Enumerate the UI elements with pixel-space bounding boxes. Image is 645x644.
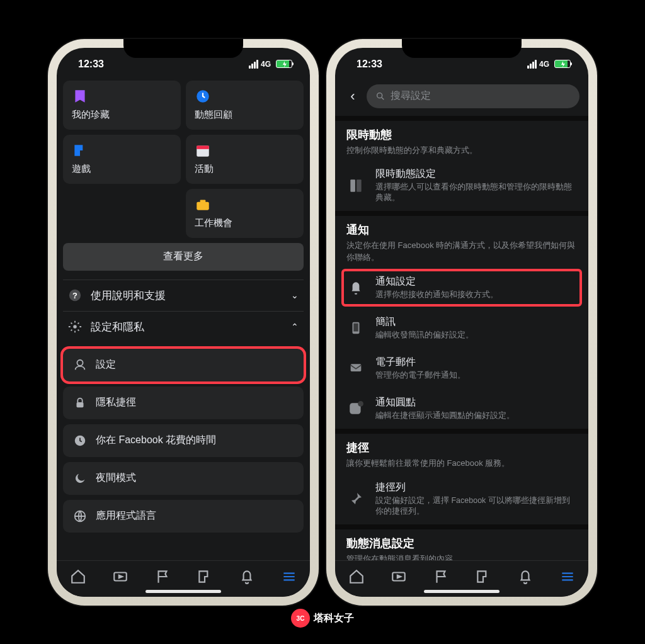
svg-rect-14: [350, 179, 355, 192]
settings-privacy-label: 設定和隱私: [91, 320, 144, 334]
svg-rect-9: [77, 402, 84, 407]
gaming-nav-icon[interactable]: [475, 568, 491, 585]
section-sub: 控制你限時動態的分享和典藏方式。: [346, 145, 577, 157]
privacy-shortcuts-item[interactable]: 隱私捷徑: [63, 387, 304, 419]
status-right: 4G: [249, 60, 292, 69]
back-button[interactable]: ‹: [344, 88, 362, 105]
notification-dots-row[interactable]: 通知圓點 編輯在捷徑顯示通知圓點的偏好設定。: [335, 388, 588, 429]
tile-memories[interactable]: 動態回顧: [186, 81, 304, 130]
settings-header: ‹ 搜尋設定: [335, 81, 588, 116]
clock-icon: [195, 88, 211, 105]
tile-label: 活動: [195, 163, 295, 175]
watermark-text: 塔科女子: [314, 612, 354, 625]
notch: [123, 39, 243, 58]
home-indicator[interactable]: [146, 590, 221, 593]
help-support-row[interactable]: ? 使用說明和支援 ⌄: [63, 280, 304, 311]
tile-jobs[interactable]: 工作機會: [186, 189, 304, 238]
watermark-icon: 3C: [291, 609, 310, 628]
status-time: 12:33: [78, 59, 104, 70]
svg-rect-17: [353, 324, 358, 332]
menu-icon[interactable]: [559, 568, 576, 585]
section-title: 捷徑: [346, 440, 577, 455]
home-icon[interactable]: [348, 568, 365, 585]
search-placeholder: 搜尋設定: [391, 89, 431, 103]
shortcut-bar-row[interactable]: 捷徑列 設定偏好設定，選擇 Facebook 可以將哪些捷徑新增到你的捷徑列。: [335, 473, 588, 524]
calendar-icon: [195, 142, 211, 159]
bell-fill-icon: [346, 278, 365, 297]
gear-icon: [68, 320, 82, 334]
tile-empty: [63, 189, 181, 238]
menu-icon[interactable]: [281, 568, 297, 585]
svg-rect-3: [197, 201, 209, 210]
network-label: 4G: [261, 60, 271, 69]
signal-icon: [249, 60, 258, 69]
lock-icon: [73, 396, 87, 410]
home-indicator[interactable]: [424, 590, 499, 593]
phone-icon: [346, 319, 365, 337]
row-title: 簡訊: [375, 315, 577, 329]
bell-icon[interactable]: [517, 568, 534, 585]
tile-label: 我的珍藏: [72, 109, 172, 121]
watch-icon[interactable]: [112, 568, 128, 585]
night-mode-item[interactable]: 夜間模式: [63, 462, 304, 495]
notifications-section: 通知 決定你在使用 Facebook 時的溝通方式，以及你希望我們如何與你聯絡。: [335, 211, 588, 268]
screen-left: 12:33 4G 我的珍藏 動態回顧: [57, 48, 310, 597]
badge-icon: [346, 399, 365, 418]
home-icon[interactable]: [70, 568, 86, 585]
watermark: 3C 塔科女子: [291, 609, 354, 628]
time-on-fb-item[interactable]: 你在 Facebook 花費的時間: [63, 424, 304, 457]
mail-icon: [346, 359, 365, 378]
menu-content[interactable]: 我的珍藏 動態回顧 遊戲 活動: [57, 81, 310, 560]
search-icon: [375, 91, 385, 101]
tile-gaming[interactable]: 遊戲: [63, 135, 181, 184]
flag-icon[interactable]: [433, 568, 449, 585]
section-title: 限時動態: [346, 127, 577, 142]
globe-icon: [73, 509, 87, 523]
screen-right: 12:33 4G ‹ 搜尋設定 限時動態 控制你限時動態的分享和典藏方式。: [335, 48, 588, 597]
feed-section: 動態消息設定 管理你在動態消息看到的內容。: [335, 524, 588, 560]
notification-settings-row[interactable]: 通知設定 選擇你想接收的通知和接收方式。: [335, 268, 588, 308]
section-title: 動態消息設定: [346, 536, 577, 551]
svg-rect-15: [357, 179, 362, 192]
svg-point-13: [377, 93, 382, 98]
app-language-item[interactable]: 應用程式語言: [63, 500, 304, 533]
language-label: 應用程式語言: [96, 509, 156, 523]
status-right: 4G: [527, 60, 571, 69]
bookmark-icon: [72, 88, 88, 105]
night-mode-label: 夜間模式: [96, 472, 136, 485]
pin-icon: [346, 489, 365, 508]
tile-events[interactable]: 活動: [186, 135, 304, 184]
gaming-nav-icon[interactable]: [197, 568, 213, 585]
bell-icon[interactable]: [239, 568, 255, 585]
user-gear-icon: [73, 358, 87, 372]
row-sub: 設定偏好設定，選擇 Facebook 可以將哪些捷徑新增到你的捷徑列。: [375, 495, 577, 517]
svg-point-20: [358, 401, 363, 407]
stories-icon: [346, 176, 365, 195]
row-sub: 編輯收發簡訊的偏好設定。: [375, 330, 577, 341]
flag-icon[interactable]: [154, 568, 171, 585]
watch-icon[interactable]: [391, 568, 407, 585]
see-more-button[interactable]: 查看更多: [63, 243, 304, 271]
row-title: 限時動態設定: [375, 167, 577, 181]
sms-row[interactable]: 簡訊 編輯收發簡訊的偏好設定。: [335, 308, 588, 348]
phone-right: 12:33 4G ‹ 搜尋設定 限時動態 控制你限時動態的分享和典藏方式。: [326, 39, 597, 606]
svg-point-8: [77, 359, 83, 365]
stories-settings-row[interactable]: 限時動態設定 選擇哪些人可以查看你的限時動態和管理你的限時動態典藏。: [335, 160, 588, 211]
help-icon: ?: [68, 288, 82, 302]
search-settings-input[interactable]: 搜尋設定: [367, 84, 579, 108]
chevron-down-icon: ⌄: [291, 290, 299, 300]
svg-point-7: [73, 325, 77, 329]
row-sub: 編輯在捷徑顯示通知圓點的偏好設定。: [375, 410, 577, 421]
email-row[interactable]: 電子郵件 管理你的電子郵件通知。: [335, 348, 588, 388]
tile-saved[interactable]: 我的珍藏: [63, 81, 181, 130]
svg-rect-18: [351, 364, 362, 371]
settings-item[interactable]: 設定: [63, 349, 304, 381]
shortcuts-section: 捷徑 讓你更輕鬆前往最常使用的 Facebook 服務。: [335, 429, 588, 473]
section-sub: 管理你在動態消息看到的內容。: [346, 553, 577, 560]
battery-icon: [554, 60, 571, 68]
tile-label: 動態回顧: [195, 109, 295, 121]
settings-privacy-row[interactable]: 設定和隱私 ⌃: [63, 311, 304, 342]
tile-label: 遊戲: [72, 163, 172, 175]
section-sub: 讓你更輕鬆前往最常使用的 Facebook 服務。: [346, 458, 577, 470]
settings-content[interactable]: ‹ 搜尋設定 限時動態 控制你限時動態的分享和典藏方式。 限時動態設定 選擇哪些…: [335, 81, 588, 560]
